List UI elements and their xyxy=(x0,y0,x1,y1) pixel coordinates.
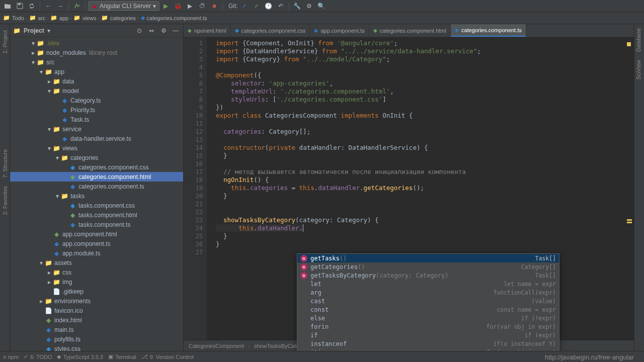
breadcrumb-item[interactable]: 📁categories xyxy=(101,15,136,21)
vcs-history-icon[interactable]: 🕐 xyxy=(263,1,274,11)
debug-icon[interactable]: 🐞 xyxy=(173,1,184,11)
git-label: Git: xyxy=(228,3,238,10)
autocomplete-item[interactable]: letlet name = expr xyxy=(297,280,559,288)
inspection-square[interactable] xyxy=(627,42,631,46)
stop-icon[interactable]: ■ xyxy=(209,1,220,11)
wrench-icon[interactable]: 🔧 xyxy=(292,1,303,11)
chevron-down-icon[interactable]: ▾ xyxy=(47,27,50,34)
autocomplete-item[interactable]: mgetCategories()Category[] xyxy=(297,262,559,271)
back-icon[interactable]: ← xyxy=(43,1,54,11)
tree-item[interactable]: ▾📁.idea xyxy=(10,38,183,48)
tree-item[interactable]: ▸📁img xyxy=(10,277,183,287)
tree-item[interactable]: ◆categories.component.ts xyxy=(10,182,183,191)
tree-item[interactable]: ◆app.component.ts xyxy=(10,239,183,248)
breadcrumb-item[interactable]: 📁app xyxy=(50,15,68,21)
tree-item[interactable]: ▾📁app xyxy=(10,67,183,76)
autocomplete-item[interactable]: itinfor(var obj in expr) xyxy=(297,348,559,351)
profile-icon[interactable]: ⏱ xyxy=(197,1,208,11)
tree-item[interactable]: ◆data-handler.service.ts xyxy=(10,134,183,143)
settings-icon[interactable]: ⚙ xyxy=(304,1,315,11)
breadcrumb-item[interactable]: ◆categories.component.ts xyxy=(141,15,207,21)
right-tool-rail: Database SciView xyxy=(634,24,644,351)
tree-item[interactable]: ◆tasks.component.css xyxy=(10,201,183,210)
tree-item[interactable]: ◆polyfills.ts xyxy=(10,334,183,344)
rail-tab-project[interactable]: 1: Project xyxy=(1,26,9,57)
tree-item[interactable]: ▸📁css xyxy=(10,267,183,277)
autocomplete-item[interactable]: mgetTasksByCategory(category: Category)T… xyxy=(297,271,559,280)
locate-icon[interactable]: ⊙ xyxy=(135,27,144,34)
tree-item[interactable]: ◆categories.component.html xyxy=(10,172,183,182)
autocomplete-item[interactable]: mgetTasks()Task[] xyxy=(297,254,559,262)
crumb-class[interactable]: CategoriesComponent xyxy=(189,343,244,349)
tree-item[interactable]: ◆app.component.html xyxy=(10,229,183,239)
rail-tab-database[interactable]: Database xyxy=(634,24,642,56)
autocomplete-item[interactable]: argfunctionCall(expr) xyxy=(297,288,559,297)
gear-icon[interactable]: ⚙ xyxy=(159,27,168,34)
tree-item[interactable]: 📄favicon.ico xyxy=(10,306,183,315)
breadcrumb-item[interactable]: 📁src xyxy=(29,15,46,21)
folder-icon: 📁 xyxy=(101,15,108,21)
run-configuration-dropdown[interactable]: ▲ Angular CLI Server ▾ xyxy=(88,1,159,11)
autocomplete-item[interactable]: ifif (expr) xyxy=(297,331,559,339)
tree-item[interactable]: 📄.gitkeep xyxy=(10,287,183,296)
tree-item[interactable]: ◆Task.ts xyxy=(10,115,183,124)
bottom-tab-npm[interactable]: ≡ npm xyxy=(3,354,19,360)
coverage-icon[interactable]: ▶ xyxy=(185,1,196,11)
editor-tab[interactable]: ◆app.component.ts xyxy=(310,24,369,37)
project-icon: 📁 xyxy=(3,15,10,21)
tree-item[interactable]: ◆Priority.ts xyxy=(10,105,183,115)
autocomplete-item[interactable]: cast(value) xyxy=(297,297,559,305)
tree-item[interactable]: ◆styles.css xyxy=(10,344,183,351)
breadcrumb-item[interactable]: 📁Todo xyxy=(3,15,24,21)
tree-item[interactable]: ◆index.html xyxy=(10,315,183,325)
editor-tab[interactable]: ◆categories.component.ts xyxy=(451,24,526,37)
autocomplete-item[interactable]: constconst name = expr xyxy=(297,305,559,314)
rail-tab-sciview[interactable]: SciView xyxy=(634,56,642,83)
tree-item[interactable]: ▾📁model xyxy=(10,86,183,96)
search-icon[interactable]: 🔍 xyxy=(316,1,327,11)
editor-tab[interactable]: ◆nponent.html xyxy=(184,24,231,37)
tree-item[interactable]: ◆app.module.ts xyxy=(10,248,183,258)
editor-tab[interactable]: ◆categories.component.css xyxy=(231,24,310,37)
bottom-tab-vcs[interactable]: ⎇ 9: Version Control xyxy=(141,353,194,360)
bottom-tab-todo[interactable]: ✓ 6: TODO xyxy=(24,353,52,360)
vcs-update-icon[interactable]: ✓ xyxy=(239,1,250,11)
collapse-icon[interactable]: ⇔ xyxy=(147,27,156,34)
tree-item[interactable]: ▾📁service xyxy=(10,124,183,134)
autocomplete-item[interactable]: forinfor(var obj in expr) xyxy=(297,322,559,331)
warning-mark[interactable] xyxy=(627,219,632,221)
hide-icon[interactable]: — xyxy=(171,27,180,34)
project-tree[interactable]: ▾📁.idea▸📁node_moduleslibrary root▾📁src▾📁… xyxy=(10,37,183,351)
tree-item[interactable]: ▸📁node_moduleslibrary root xyxy=(10,48,183,57)
autocomplete-item[interactable]: elseif (!expr) xyxy=(297,314,559,322)
run-icon[interactable]: ▶ xyxy=(160,1,172,11)
autocomplete-popup[interactable]: mgetTasks()Task[]mgetCategories()Categor… xyxy=(297,253,559,351)
editor-tab[interactable]: ◆categories.component.html xyxy=(369,24,451,37)
tree-item[interactable]: ▸📁data xyxy=(10,76,183,86)
tree-item[interactable]: ◆main.ts xyxy=(10,325,183,334)
tree-item[interactable]: ▸📁environments xyxy=(10,296,183,306)
build-icon[interactable] xyxy=(71,1,83,11)
rail-tab-structure[interactable]: 7: Structure xyxy=(1,145,9,182)
vcs-revert-icon[interactable]: ↶ xyxy=(275,1,286,11)
sync-icon[interactable] xyxy=(26,1,37,11)
vcs-commit-icon[interactable]: ✓ xyxy=(251,1,262,11)
tree-item[interactable]: ▾📁categories xyxy=(10,153,183,162)
tree-item[interactable]: ▾📁views xyxy=(10,143,183,153)
tree-item[interactable]: ▾📁src xyxy=(10,57,183,67)
autocomplete-item[interactable]: instanceofif(x instanceof Y) xyxy=(297,339,559,348)
tree-item[interactable]: ◆tasks.component.ts xyxy=(10,220,183,229)
tree-item[interactable]: ◆categories.component.css xyxy=(10,162,183,172)
breadcrumb-item[interactable]: 📁views xyxy=(73,15,97,21)
save-icon[interactable] xyxy=(14,1,25,11)
bottom-tab-typescript[interactable]: ◆ TypeScript 3.5.3 xyxy=(57,353,103,360)
tree-item[interactable]: ◆tasks.component.html xyxy=(10,210,183,220)
forward-icon[interactable]: → xyxy=(55,1,66,11)
tree-item[interactable]: ▾📁tasks xyxy=(10,191,183,201)
warning-mark[interactable] xyxy=(627,222,632,223)
tree-item[interactable]: ◆Category.ts xyxy=(10,96,183,105)
tree-item[interactable]: ▾📁assets xyxy=(10,258,183,267)
rail-tab-favorites[interactable]: 2: Favorites xyxy=(1,182,9,219)
bottom-tab-terminal[interactable]: ▣ Terminal xyxy=(108,353,136,360)
open-icon[interactable] xyxy=(2,1,13,11)
